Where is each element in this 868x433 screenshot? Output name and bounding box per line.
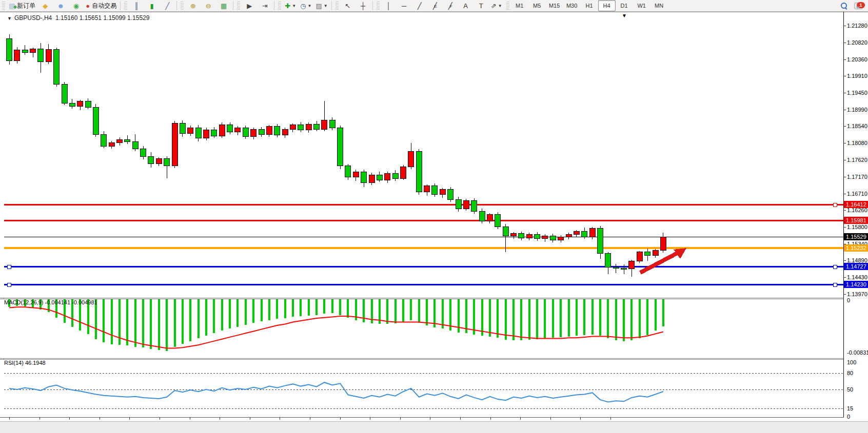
resistance-line-1-handle[interactable] (833, 203, 837, 207)
text-label-button[interactable]: T (474, 0, 489, 11)
toolbar-grip[interactable] (124, 2, 127, 10)
candle (605, 254, 611, 267)
timeframe-h1-button[interactable]: H1 (581, 0, 598, 11)
dropdown-caret-icon[interactable]: ▼ (308, 4, 312, 8)
dropdown-caret-icon[interactable]: ▼ (498, 4, 502, 8)
candle (219, 125, 225, 136)
horizontal-line-button[interactable]: ─ (397, 0, 412, 11)
line-chart-button[interactable]: ╱ (160, 0, 175, 11)
candle (535, 234, 540, 239)
candle (38, 49, 44, 61)
time-tick-mark (370, 418, 370, 420)
toolbar-grip[interactable] (506, 2, 509, 10)
blue-support-line-1-handle[interactable] (833, 265, 837, 269)
blue-support-line-1-handle[interactable] (7, 265, 11, 269)
bar-chart-button[interactable]: ║ (129, 0, 144, 11)
toolbar-grip[interactable] (2, 2, 5, 10)
timeframe-m15-button[interactable]: M15 (546, 0, 563, 11)
candle (471, 200, 477, 212)
auto-trading-button[interactable]: ●自动交易 (84, 0, 119, 11)
toolbar-separator (176, 1, 177, 10)
timeframe-h4-button[interactable]: H4 (598, 0, 616, 11)
signal-button[interactable]: ◉ (68, 0, 84, 11)
timeframe-m1-button[interactable]: M1 (511, 0, 528, 11)
toolbar-separator (372, 1, 373, 10)
candle (440, 190, 445, 195)
candle (542, 236, 548, 239)
toolbar-grip[interactable] (336, 2, 339, 10)
candle (274, 126, 280, 135)
timeframe-m5-button[interactable]: M5 (528, 0, 546, 11)
candle (424, 186, 430, 192)
text-button[interactable]: A (458, 0, 474, 11)
fibonacci-button[interactable]: ╱F (443, 0, 458, 11)
macd-zero-label: 0 (847, 297, 850, 303)
trendline-button[interactable]: ╱ (412, 0, 427, 11)
zoom-in-button[interactable]: ⊕ (185, 0, 201, 11)
toolbar-grip[interactable] (278, 2, 281, 10)
timeframe-mn-button[interactable]: MN (650, 0, 668, 11)
templates-button[interactable]: ▨▼ (313, 0, 329, 11)
equidistant-channel-button[interactable]: ╱E (427, 0, 443, 11)
axis-tick-label: 1.15800 (847, 224, 867, 230)
axis-tick-mark (844, 143, 846, 143)
new-order-icon: ▤✚ (9, 3, 15, 9)
styler-button[interactable]: ◆ (37, 0, 53, 11)
tile-windows-button[interactable]: ▦ (216, 0, 231, 11)
cursor-button[interactable]: ↖ (340, 0, 356, 11)
search-icon[interactable] (841, 3, 847, 9)
blue-support-line-2-handle[interactable] (7, 283, 11, 286)
chart-shift-button[interactable]: ⇥ (257, 0, 272, 11)
timeframe-m30-button[interactable]: M30 (563, 0, 581, 11)
candle (251, 129, 257, 136)
time-tick-mark (610, 418, 611, 420)
axis-tick-label: 1.16710 (847, 191, 867, 197)
rsi-level-label: 50 (847, 386, 853, 393)
ohlc-values: 1.15160 1.15651 1.15099 1.15529 (55, 14, 150, 22)
chat-icon[interactable]: 1 (854, 3, 863, 9)
profiles-button[interactable]: ☻ (53, 0, 68, 11)
vertical-line-button[interactable]: │ (381, 0, 397, 11)
timeframe-d1-button[interactable]: D1 (616, 0, 633, 11)
candle (141, 149, 146, 156)
periods-button[interactable]: ◷▼ (298, 0, 313, 11)
time-tick-mark (550, 418, 551, 420)
toolbar-grip[interactable] (181, 2, 184, 10)
chart-window[interactable]: ▼GBPUSD-,H4 1.15160 1.15651 1.15099 1.15… (0, 12, 868, 433)
price-pane[interactable] (0, 12, 844, 298)
rsi-pane[interactable] (0, 360, 844, 417)
toolbar-grip[interactable] (237, 2, 240, 10)
pane-splitter[interactable] (0, 298, 868, 298)
axis-tick-label: 1.13970 (847, 291, 867, 297)
blue-support-line-2-handle[interactable] (833, 283, 837, 286)
fibonacci-icon: ╱F (448, 3, 452, 9)
arrows-tool-button[interactable]: ⇗▼ (489, 0, 504, 11)
line-chart-icon: ╱ (165, 3, 169, 9)
new-order-button[interactable]: ▤✚新订单 (7, 0, 37, 11)
axis-tick-label: 1.14430 (847, 274, 867, 280)
candle (550, 236, 556, 240)
zoom-out-button[interactable]: ⊖ (201, 0, 216, 11)
chevron-down-icon[interactable]: ▼ (7, 16, 12, 21)
arrows-tool-icon: ⇗ (491, 3, 497, 9)
timeframe-w1-button[interactable]: W1 (633, 0, 650, 11)
candle (211, 130, 217, 136)
time-tick-mark (520, 418, 521, 420)
candle (369, 175, 374, 183)
candle (574, 232, 579, 235)
auto-scroll-button[interactable]: ▶ (242, 0, 257, 11)
toolbar-grip[interactable] (377, 2, 380, 10)
toolbar-right-icons: 1 (841, 3, 868, 9)
dropdown-caret-icon[interactable]: ▼ (292, 4, 296, 8)
candlestick-chart-button[interactable]: ▮ (144, 0, 160, 11)
axis-tick-mark (844, 227, 846, 228)
pane-splitter[interactable] (0, 358, 868, 359)
candle (77, 101, 83, 107)
candle (62, 85, 67, 104)
axis-tick-label: 1.19910 (847, 73, 867, 79)
candle (109, 142, 114, 146)
crosshair-button[interactable]: ┼ (356, 0, 371, 11)
dropdown-caret-icon[interactable]: ▼ (324, 4, 328, 8)
macd-pane[interactable] (0, 299, 844, 358)
indicators-button[interactable]: ✚▼ (283, 0, 298, 11)
